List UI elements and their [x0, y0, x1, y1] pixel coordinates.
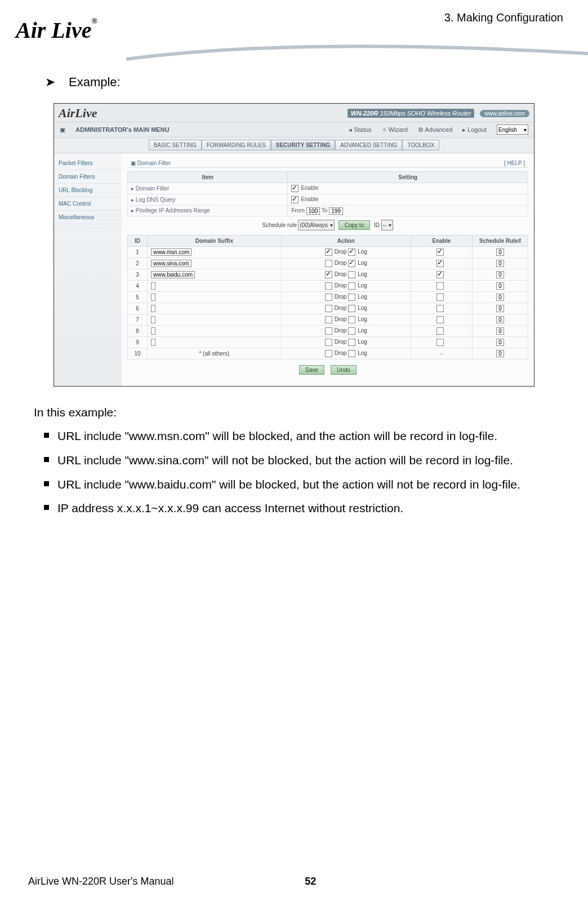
settings-table: ItemSetting ▸ Domain Filter Enable ▸ Log…: [127, 171, 528, 216]
rule-drop-checkbox[interactable]: [325, 339, 332, 346]
input-ip-from[interactable]: 100: [306, 207, 320, 215]
rule-id: 2: [128, 258, 148, 269]
rule-log-checkbox[interactable]: [348, 339, 355, 346]
arrow-icon: ➤: [45, 75, 55, 90]
language-select[interactable]: English▾: [497, 125, 528, 135]
rule-schedule-input[interactable]: 0: [496, 282, 504, 290]
rule-row: 8Drop Log0: [128, 325, 528, 336]
nav-advanced[interactable]: ⚙ Advanced: [418, 126, 452, 134]
help-link[interactable]: [ HELP ]: [504, 160, 525, 166]
undo-button[interactable]: Undo: [331, 365, 357, 375]
rule-log-checkbox[interactable]: [348, 271, 355, 278]
rule-id: 1: [128, 246, 148, 258]
rule-drop-checkbox[interactable]: [325, 271, 332, 278]
rule-drop-checkbox[interactable]: [325, 248, 332, 256]
schedule-rule-select[interactable]: (00)Always▾: [298, 220, 334, 230]
sidebar-item-miscellaneous[interactable]: Miscellaneous: [54, 211, 122, 224]
brand-logo: Air Live®: [16, 17, 97, 43]
rule-schedule-input[interactable]: 0: [496, 350, 504, 357]
rule-schedule-input[interactable]: 0: [496, 248, 504, 256]
rule-schedule-input[interactable]: 0: [496, 316, 504, 323]
rule-id: 5: [128, 291, 148, 303]
rule-log-checkbox[interactable]: [348, 248, 355, 256]
rule-drop-checkbox[interactable]: [325, 305, 332, 312]
rule-domain-input[interactable]: [151, 327, 155, 335]
save-button[interactable]: Save: [299, 365, 324, 375]
router-logo: AirLive: [59, 106, 97, 121]
sidebar-item-mac-control[interactable]: MAC Control: [54, 197, 122, 211]
footer-page-number: 52: [305, 876, 316, 887]
rule-schedule-input[interactable]: 0: [496, 305, 504, 312]
rule-log-checkbox[interactable]: [348, 305, 355, 312]
rule-log-checkbox[interactable]: [348, 327, 355, 335]
checkbox-domain-filter-enable[interactable]: [291, 185, 299, 192]
rule-domain-input[interactable]: [151, 305, 155, 312]
tab-security-setting[interactable]: SECURITY SETTING: [271, 140, 336, 150]
rule-enable-checkbox[interactable]: [436, 316, 444, 323]
example-heading-text: Example:: [69, 75, 121, 89]
rule-domain-input[interactable]: [151, 282, 155, 290]
tab-advanced-setting[interactable]: ADVANCED SETTING: [335, 140, 402, 150]
rule-enable-checkbox[interactable]: [436, 282, 444, 290]
rule-drop-checkbox[interactable]: [325, 316, 332, 323]
brand-logo-text: Air Live: [16, 17, 91, 43]
rule-schedule-input[interactable]: 0: [496, 339, 504, 346]
rule-domain-input[interactable]: [151, 294, 155, 301]
domain-rules-table: ID Domain Suffix Action Enable Schedule …: [127, 235, 528, 359]
rule-row: 3www.baidu.comDrop Log0: [128, 269, 528, 280]
rule-enable-checkbox[interactable]: [436, 248, 444, 256]
sidebar-item-url-blocking[interactable]: URL Blocking: [54, 184, 122, 197]
tab-forwarding-rules[interactable]: FORWARDING RULES: [202, 140, 271, 150]
rule-drop-checkbox[interactable]: [325, 327, 332, 335]
rule-drop-checkbox[interactable]: [325, 350, 332, 357]
rule-enable-checkbox[interactable]: [436, 294, 444, 301]
nav-status[interactable]: ◂ Status: [349, 126, 371, 134]
rule-schedule-input[interactable]: 0: [496, 271, 504, 278]
col-action: Action: [281, 235, 411, 246]
rule-drop-checkbox[interactable]: [325, 282, 332, 290]
rule-domain-input[interactable]: www.baidu.com: [151, 271, 195, 278]
rule-domain-input[interactable]: www.sina.com: [151, 260, 191, 267]
rule-enable-checkbox[interactable]: [436, 305, 444, 312]
checkbox-log-dns-enable[interactable]: [291, 196, 299, 203]
rule-enable-checkbox[interactable]: [436, 260, 444, 267]
rule-drop-checkbox[interactable]: [325, 260, 332, 267]
rule-schedule-input[interactable]: 0: [496, 294, 504, 301]
rule-log-checkbox[interactable]: [348, 260, 355, 267]
rule-log-checkbox[interactable]: [348, 350, 355, 357]
sidebar-item-packet-filters[interactable]: Packet Filters: [54, 157, 122, 170]
sidebar-item-domain-filters[interactable]: Domain Filters: [54, 170, 122, 184]
rule-enable-checkbox[interactable]: [436, 271, 444, 278]
rule-domain-input[interactable]: www.msn.com: [151, 248, 191, 256]
copy-id-select[interactable]: --▾: [381, 220, 394, 230]
input-ip-to[interactable]: 199: [329, 207, 343, 215]
main-panel: ▣ Domain Filter [ HELP ] ItemSetting ▸ D…: [122, 153, 534, 386]
rule-domain-input[interactable]: [151, 339, 155, 346]
nav-wizard[interactable]: ✧ Wizard: [382, 126, 408, 134]
rule-enable-checkbox[interactable]: [436, 327, 444, 335]
rule-row: 5Drop Log0: [128, 291, 528, 303]
rule-domain-static: * (all others): [148, 348, 282, 359]
example-heading: ➤Example:: [45, 75, 554, 90]
col-item: Item: [128, 172, 288, 183]
row-domain-filter: ▸ Domain Filter Enable: [128, 183, 528, 194]
col-setting: Setting: [288, 172, 528, 183]
rule-id: 4: [128, 280, 148, 291]
col-enable: Enable: [411, 235, 472, 246]
rule-schedule-input[interactable]: 0: [496, 327, 504, 335]
rule-log-checkbox[interactable]: [348, 294, 355, 301]
rule-log-checkbox[interactable]: [348, 316, 355, 323]
router-model-sub: 150Mbps SOHO Wireless Router: [380, 110, 471, 117]
rule-domain-input[interactable]: [151, 316, 155, 323]
tab-basic-setting[interactable]: BASIC SETTING: [149, 140, 202, 150]
chevron-down-icon: ▾: [330, 222, 333, 228]
copy-to-button[interactable]: Copy to: [338, 220, 370, 230]
rule-enable-checkbox[interactable]: [436, 339, 444, 346]
rule-row: 1www.msn.comDrop Log0: [128, 246, 528, 258]
rule-drop-checkbox[interactable]: [325, 294, 332, 301]
nav-logout[interactable]: ▸ Logout: [462, 126, 487, 134]
explain-item-3: URL include "www.baidu.com" will be bloc…: [44, 476, 554, 494]
rule-log-checkbox[interactable]: [348, 282, 355, 290]
tab-toolbox[interactable]: TOOLBOX: [402, 140, 439, 150]
rule-schedule-input[interactable]: 0: [496, 260, 504, 267]
